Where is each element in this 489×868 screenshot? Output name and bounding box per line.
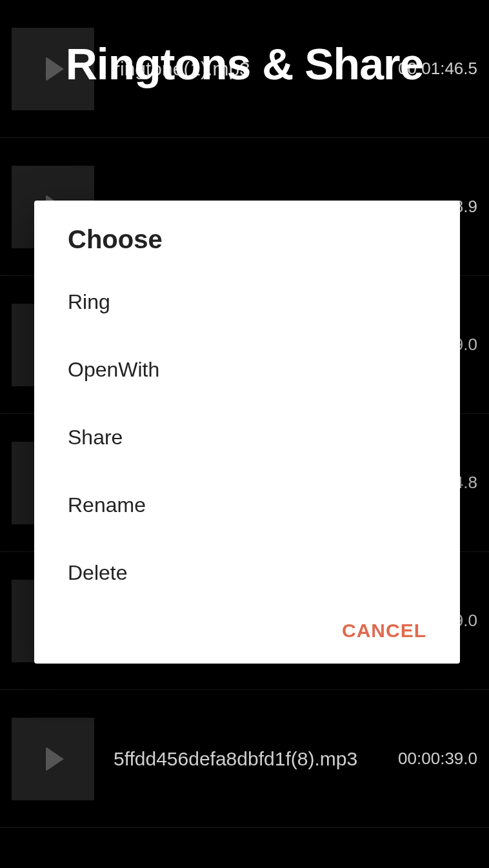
option-share[interactable]: Share [34, 404, 460, 471]
dialog-actions: CANCEL [34, 607, 460, 664]
option-rename[interactable]: Rename [34, 471, 460, 539]
list-item[interactable]: 5ffdd456defa8dbfd1f(8).mp3 00:00:39.0 [0, 690, 489, 828]
duration-label: 00:00:39.0 [398, 749, 477, 769]
filename-label: 5ffdd456defa8dbfd1f(8).mp3 [114, 748, 390, 770]
thumbnail[interactable] [12, 718, 94, 800]
play-icon [46, 747, 64, 771]
option-delete[interactable]: Delete [34, 539, 460, 607]
dialog-title: Choose [34, 225, 460, 268]
choose-dialog: Choose Ring OpenWith Share Rename Delete… [34, 201, 460, 664]
option-ring[interactable]: Ring [34, 268, 460, 336]
cancel-button[interactable]: CANCEL [342, 620, 426, 642]
option-openwith[interactable]: OpenWith [34, 336, 460, 404]
page-title: Ringtons & Share [0, 39, 489, 89]
